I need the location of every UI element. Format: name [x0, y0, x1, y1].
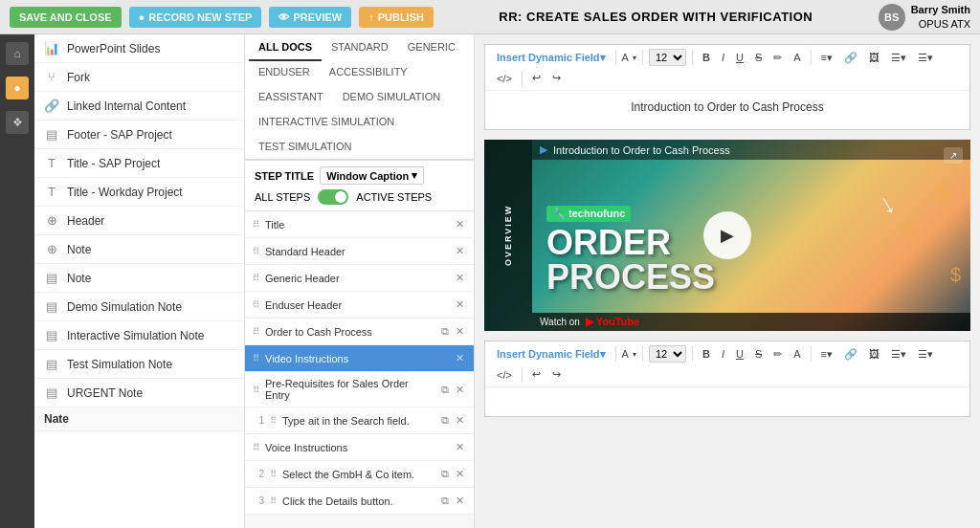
record-step-button[interactable]: ● RECORD NEW STEP [129, 7, 262, 28]
step-copy-btn[interactable]: ⧉ [439, 324, 451, 339]
video-share-button[interactable]: ↗ [944, 147, 963, 164]
sidebar-icon-home[interactable]: ⌂ [6, 42, 29, 65]
strikethrough-button-2[interactable]: S [751, 346, 766, 362]
sidebar-icon-layers[interactable]: ❖ [6, 111, 29, 134]
font-size-select[interactable]: 12 [649, 49, 686, 66]
left-item-test-note[interactable]: ▤ Test Simulation Note [34, 350, 244, 379]
left-item-fork[interactable]: ⑂ Fork [34, 63, 244, 92]
left-item-title-sap[interactable]: T Title - SAP Project [34, 149, 244, 178]
left-item-urgent-note[interactable]: ▤ URGENT Note [34, 379, 244, 407]
link-button[interactable]: 🔗 [840, 50, 861, 66]
step-copy-btn[interactable]: ⧉ [439, 413, 451, 428]
step-copy-btn[interactable]: ⧉ [439, 494, 451, 508]
tab-all-docs[interactable]: ALL DOCS [249, 34, 322, 61]
redo-button-2[interactable]: ↪ [548, 366, 565, 383]
step-delete-btn[interactable]: ✕ [454, 217, 466, 231]
step-delete-btn[interactable]: ✕ [454, 467, 466, 481]
step-delete-btn[interactable]: ✕ [454, 494, 466, 508]
font-size-select-2[interactable]: 12 [649, 345, 686, 363]
undo-button-2[interactable]: ↩ [528, 366, 545, 383]
step-item-standard-header[interactable]: ⠿ Standard Header ✕ [245, 238, 474, 265]
step-item-select-gmbh[interactable]: 2 ⠿ Select the GmbH & Co item. ⧉ ✕ [245, 461, 474, 488]
tab-interactive-simulation[interactable]: INTERACTIVE SIMULATION [249, 109, 404, 136]
tab-generic[interactable]: GENERIC [398, 34, 465, 61]
left-item-title-workday[interactable]: T Title - Workday Project [34, 178, 244, 207]
step-item-generic-header[interactable]: ⠿ Generic Header ✕ [245, 265, 474, 292]
align-button-2[interactable]: ≡▾ [817, 346, 836, 363]
color-button-2[interactable]: A [790, 346, 804, 362]
left-item-header[interactable]: ⊕ Header [34, 207, 244, 235]
indent-button[interactable]: ☰▾ [914, 50, 937, 66]
all-steps-toggle[interactable] [318, 189, 348, 205]
underline-button[interactable]: U [732, 50, 747, 65]
step-item-video-instructions[interactable]: ⠿ Video Instructions ✕ [245, 345, 474, 372]
code-button[interactable]: </> [493, 71, 516, 86]
underline-button-2[interactable]: U [732, 346, 747, 362]
image-button[interactable]: 🖼 [865, 50, 883, 65]
left-item-footer[interactable]: ▤ Footer - SAP Project [34, 121, 244, 149]
step-item-prerequisites[interactable]: ⠿ Pre-Requisites for Sales Order Entry ⧉… [245, 372, 474, 407]
step-delete-btn[interactable]: ✕ [454, 413, 466, 428]
step-item-type-ait[interactable]: 1 ⠿ Type ait in the Search field. ⧉ ✕ [245, 407, 474, 434]
tab-demo-simulation[interactable]: DEMO SIMULATION [333, 84, 450, 111]
step-delete-btn[interactable]: ✕ [454, 244, 466, 258]
code-button-2[interactable]: </> [493, 367, 516, 383]
step-item-title[interactable]: ⠿ Title ✕ [245, 211, 474, 238]
top-toolbar: SAVE AND CLOSE ● RECORD NEW STEP 👁 PREVI… [0, 0, 980, 34]
step-delete-btn[interactable]: ✕ [454, 383, 466, 397]
italic-button[interactable]: I [718, 50, 728, 65]
publish-button[interactable]: ↑ PUBLISH [359, 7, 434, 28]
tab-accessibility[interactable]: ACCESSIBILITY [320, 59, 417, 86]
bold-button[interactable]: B [699, 50, 714, 65]
sidebar-icon-circle[interactable]: ● [6, 77, 29, 99]
undo-button[interactable]: ↩ [528, 70, 545, 86]
eye-icon: 👁 [278, 11, 289, 23]
highlight-button-2[interactable]: ✏ [769, 346, 786, 363]
left-item-demo-note[interactable]: ▤ Demo Simulation Note [34, 293, 244, 321]
tab-test-simulation[interactable]: TEST SIMULATION [249, 134, 361, 161]
tab-eassistant[interactable]: EASSISTANT [249, 84, 333, 111]
highlight-button[interactable]: ✏ [769, 50, 786, 66]
step-item-voice-instructions[interactable]: ⠿ Voice Instructions ✕ [245, 434, 474, 461]
left-item-note-plus[interactable]: ⊕ Note [34, 235, 244, 264]
step-item-enduser-header[interactable]: ⠿ Enduser Header ✕ [245, 292, 474, 319]
link-button-2[interactable]: 🔗 [840, 346, 861, 363]
dynamic-field-link-2[interactable]: Insert Dynamic Field▾ [493, 346, 610, 363]
list-button-2[interactable]: ☰▾ [887, 346, 910, 363]
step-title-dropdown[interactable]: Window Caption ▾ [320, 166, 424, 185]
left-item-powerpoint[interactable]: 📊 PowerPoint Slides [34, 34, 244, 63]
redo-button[interactable]: ↪ [548, 70, 565, 86]
step-delete-btn[interactable]: ✕ [454, 297, 466, 312]
play-button[interactable]: ▶ [703, 211, 751, 259]
separator [692, 346, 693, 362]
list-button[interactable]: ☰▾ [887, 50, 910, 66]
step-delete-btn[interactable]: ✕ [454, 351, 466, 365]
image-button-2[interactable]: 🖼 [865, 346, 883, 362]
step-copy-btn[interactable]: ⧉ [439, 467, 451, 481]
indent-button-2[interactable]: ☰▾ [914, 346, 937, 363]
dollar-icon-2: $ [902, 216, 913, 241]
step-delete-btn[interactable]: ✕ [454, 324, 466, 339]
tab-enduser[interactable]: ENDUSER [249, 59, 320, 86]
left-item-interactive-note[interactable]: ▤ Interactive Simulation Note [34, 321, 244, 350]
step-item-order-cash[interactable]: ⠿ Order to Cash Process ⧉ ✕ [245, 319, 474, 345]
color-button[interactable]: A [790, 50, 804, 65]
step-delete-btn[interactable]: ✕ [454, 440, 466, 454]
title-sap-icon: T [44, 156, 59, 170]
save-close-button[interactable]: SAVE AND CLOSE [10, 7, 122, 28]
tab-standard[interactable]: STANDARD [322, 34, 398, 61]
bold-button-2[interactable]: B [699, 346, 714, 362]
align-button[interactable]: ≡▾ [817, 50, 836, 66]
step-item-click-details[interactable]: 3 ⠿ Click the Details button. ⧉ ✕ [245, 488, 474, 515]
step-copy-btn[interactable]: ⧉ [439, 383, 451, 397]
left-item-linked[interactable]: 🔗 Linked Internal Content [34, 92, 244, 121]
strikethrough-button[interactable]: S [751, 50, 766, 65]
editor-content-2[interactable] [485, 387, 969, 416]
left-item-note[interactable]: ▤ Note [34, 264, 244, 293]
editor-content-1[interactable]: Introduction to Order to Cash Process [485, 91, 969, 129]
step-delete-btn[interactable]: ✕ [454, 271, 466, 285]
italic-button-2[interactable]: I [718, 346, 728, 362]
preview-button[interactable]: 👁 PREVIEW [269, 7, 351, 28]
dynamic-field-link-1[interactable]: Insert Dynamic Field▾ [493, 50, 610, 66]
video-block: OVERVIEW ▶ Introduction to Order to Cash… [484, 140, 970, 331]
